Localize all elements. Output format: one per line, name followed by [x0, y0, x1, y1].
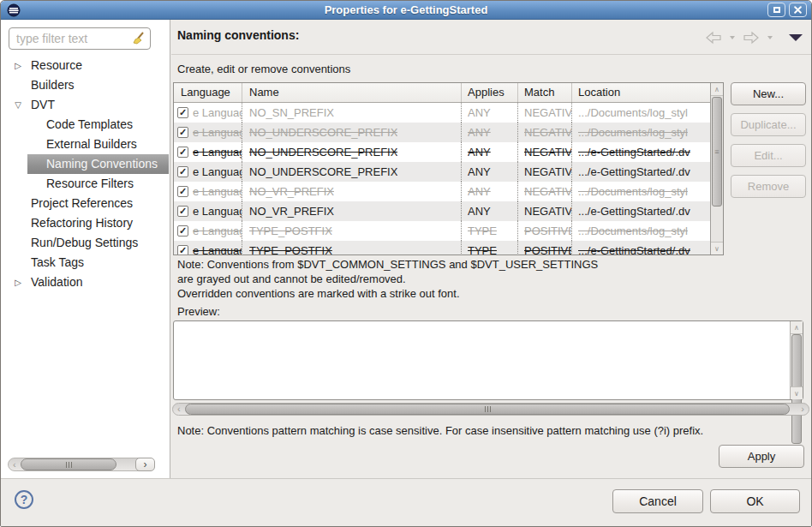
- column-header-match[interactable]: Match: [518, 83, 572, 102]
- filter-input[interactable]: [9, 27, 151, 50]
- case-sensitivity-note: Note: Conventions pattern matching is ca…: [177, 424, 703, 437]
- back-dropdown-icon[interactable]: [730, 36, 735, 39]
- clear-filter-icon[interactable]: [132, 32, 146, 49]
- scrollbar-thumb[interactable]: [185, 404, 790, 415]
- new-button[interactable]: New...: [731, 82, 806, 105]
- cell-applies: ANY: [468, 165, 491, 178]
- tree-item-label: Resource: [31, 58, 82, 72]
- tree-item-label: Resource Filters: [46, 177, 134, 190]
- scroll-right-button[interactable]: ›: [135, 458, 155, 471]
- sidebar-item-project-references[interactable]: Project References: [1, 194, 169, 213]
- cell-applies: ANY: [468, 146, 491, 159]
- sidebar: ▷ Resource Builders ▽ DVT Code Templates…: [1, 20, 170, 478]
- tree-arrow-icon[interactable]: ▽: [12, 95, 24, 115]
- conventions-table: Language Name Applies Match Location ✓ e…: [173, 82, 724, 255]
- page-title: Naming conventions:: [177, 28, 299, 42]
- footer-bar: ? Cancel OK: [1, 478, 811, 527]
- cell-match: NEGATIVE: [524, 165, 571, 178]
- apply-button[interactable]: Apply: [719, 445, 804, 468]
- tree-arrow-icon[interactable]: ▷: [12, 272, 24, 292]
- preview-horizontal-scrollbar[interactable]: ‹ ›: [172, 403, 809, 416]
- checkbox-checked-icon[interactable]: ✓: [177, 225, 188, 237]
- back-arrow-icon[interactable]: [705, 31, 722, 45]
- checkbox-checked-icon[interactable]: ✓: [177, 206, 188, 217]
- cell-language: e Language: [193, 225, 242, 237]
- table-body: ✓ e Language NO_SN_PREFIX ANY NEGATIVE .…: [174, 103, 723, 255]
- scroll-down-icon[interactable]: ∨: [711, 242, 723, 255]
- checkbox-checked-icon[interactable]: ✓: [177, 147, 188, 158]
- scroll-down-icon[interactable]: ∨: [791, 386, 803, 399]
- table-row[interactable]: ✓ e Language TYPE_POSTFIX TYPE POSITIVE …: [174, 221, 723, 241]
- cell-match: NEGATIVE: [524, 126, 571, 139]
- sidebar-item-dvt[interactable]: ▽ DVT: [1, 95, 169, 115]
- ok-button[interactable]: OK: [710, 489, 800, 513]
- cell-applies: ANY: [468, 126, 491, 139]
- sidebar-item-refactoring-history[interactable]: Refactoring History: [1, 213, 169, 233]
- properties-dialog: Properties for e-GettingStarted ▷ Resour…: [0, 0, 812, 527]
- table-row[interactable]: ✓ e Language TYPE_POSTFIX TYPE POSITIVE …: [174, 241, 723, 255]
- cell-language: e Language: [193, 165, 242, 178]
- help-icon[interactable]: ?: [15, 490, 33, 509]
- cell-location: .../Documents/log_styl: [578, 126, 688, 139]
- forward-arrow-icon[interactable]: [743, 31, 760, 45]
- cell-applies: TYPE: [468, 225, 497, 237]
- table-row[interactable]: ✓ e Language NO_UNDERSCORE_PREFIX ANY NE…: [174, 142, 723, 162]
- sidebar-item-run-debug-settings[interactable]: Run/Debug Settings: [1, 233, 169, 253]
- preview-vertical-scrollbar[interactable]: ∧ ≡ ∨: [790, 321, 803, 399]
- table-row[interactable]: ✓ e Language NO_UNDERSCORE_PREFIX ANY NE…: [174, 162, 723, 182]
- column-header-location[interactable]: Location: [572, 83, 723, 102]
- remove-button[interactable]: Remove: [731, 175, 806, 198]
- preview-textarea[interactable]: ∧ ≡ ∨: [173, 320, 803, 400]
- table-row[interactable]: ✓ e Language NO_SN_PREFIX ANY NEGATIVE .…: [174, 103, 723, 123]
- cell-applies: ANY: [468, 205, 491, 218]
- cell-match: POSITIVE: [524, 225, 571, 237]
- checkbox-checked-icon[interactable]: ✓: [177, 186, 188, 197]
- checkbox-checked-icon[interactable]: ✓: [177, 127, 188, 138]
- forward-dropdown-icon[interactable]: [767, 36, 773, 39]
- view-menu-icon[interactable]: [789, 34, 803, 41]
- checkbox-checked-icon[interactable]: ✓: [177, 166, 188, 177]
- sidebar-item-task-tags[interactable]: Task Tags: [1, 253, 169, 272]
- window-title: Properties for e-GettingStarted: [1, 3, 811, 16]
- sidebar-item-resource[interactable]: ▷ Resource: [1, 56, 169, 75]
- sidebar-item-resource-filters[interactable]: Resource Filters: [1, 174, 169, 194]
- table-vertical-scrollbar[interactable]: ∧ ≡ ∨: [710, 83, 723, 255]
- scrollbar-thumb[interactable]: ≡: [712, 97, 722, 207]
- tree-arrow-icon[interactable]: ▷: [12, 56, 24, 75]
- column-header-language[interactable]: Language: [174, 83, 242, 102]
- duplicate-button[interactable]: Duplicate...: [731, 113, 806, 136]
- checkbox-checked-icon[interactable]: ✓: [177, 245, 188, 255]
- scroll-right-icon[interactable]: ›: [801, 404, 804, 415]
- scroll-left-icon[interactable]: ‹: [177, 404, 181, 415]
- cell-match: NEGATIVE: [524, 106, 571, 119]
- column-header-name[interactable]: Name: [242, 83, 462, 102]
- table-row[interactable]: ✓ e Language NO_VR_PREFIX ANY NEGATIVE .…: [174, 201, 723, 221]
- cell-applies: ANY: [468, 185, 491, 198]
- cancel-button[interactable]: Cancel: [612, 489, 703, 513]
- scroll-up-icon[interactable]: ∧: [711, 83, 723, 96]
- sidebar-item-external-builders[interactable]: External Builders: [1, 135, 169, 154]
- titlebar[interactable]: Properties for e-GettingStarted: [1, 1, 811, 20]
- tree-item-label: Task Tags: [31, 255, 84, 269]
- table-row[interactable]: ✓ e Language NO_VR_PREFIX ANY NEGATIVE .…: [174, 182, 723, 201]
- cell-name: NO_SN_PREFIX: [249, 106, 334, 119]
- sidebar-item-builders[interactable]: Builders: [1, 75, 169, 95]
- checkbox-checked-icon[interactable]: ✓: [177, 107, 188, 118]
- tree-item-label: Code Templates: [46, 117, 133, 131]
- sidebar-item-code-templates[interactable]: Code Templates: [1, 115, 169, 135]
- close-button[interactable]: [789, 3, 807, 17]
- maximize-button[interactable]: [767, 3, 785, 17]
- tree-item-label: Naming Conventions: [46, 157, 158, 171]
- cell-match: NEGATIVE: [524, 185, 571, 198]
- scrollbar-thumb[interactable]: [21, 458, 116, 470]
- column-header-applies[interactable]: Applies: [462, 83, 518, 102]
- scroll-left-icon[interactable]: ‹: [13, 458, 16, 470]
- maximize-icon: [773, 7, 780, 13]
- table-row[interactable]: ✓ e Language NO_UNDERSCORE_PREFIX ANY NE…: [174, 123, 723, 142]
- sidebar-item-validation[interactable]: ▷ Validation: [1, 272, 169, 292]
- cell-name: NO_UNDERSCORE_PREFIX: [249, 126, 397, 139]
- scroll-up-icon[interactable]: ∧: [791, 321, 803, 334]
- sidebar-horizontal-scrollbar[interactable]: ‹ ›: [8, 458, 155, 471]
- sidebar-item-naming-conventions[interactable]: Naming Conventions: [27, 154, 169, 174]
- edit-button[interactable]: Edit...: [731, 144, 806, 167]
